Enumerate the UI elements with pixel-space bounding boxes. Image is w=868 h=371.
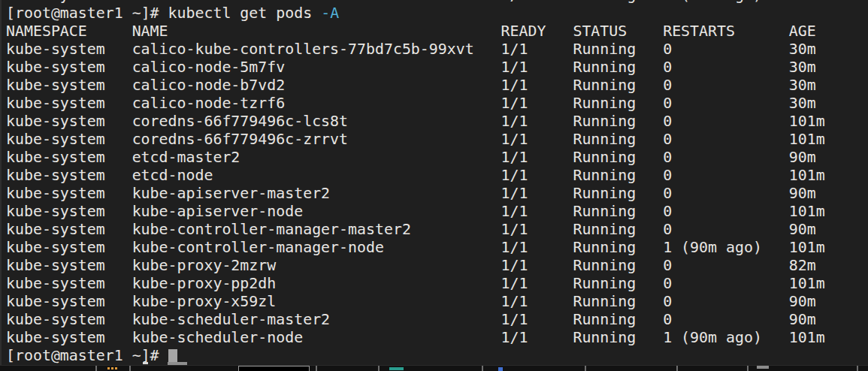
cell-namespace: kube-system <box>6 203 132 221</box>
header-name: NAME <box>132 23 501 41</box>
header-ready: READY <box>501 23 573 41</box>
cell-restarts: 0 <box>663 131 789 149</box>
cell-status: Running <box>573 293 663 311</box>
cell-age: 101m <box>789 0 868 5</box>
table-row: kube-system coredns-66f779496c-zrrvt 1/1… <box>6 131 868 149</box>
cell-namespace: kube-system <box>6 185 132 203</box>
cell-status: Running <box>573 275 663 293</box>
cell-namespace: kube-system <box>6 167 132 185</box>
cell-status: Running <box>573 221 663 239</box>
taskbar-separator <box>585 366 586 371</box>
table-row: kube-system kube-controller-manager-mast… <box>6 221 868 239</box>
table-row: kube-system kube-apiserver-master2 1/1 R… <box>6 185 868 203</box>
cell-namespace: kube-system <box>6 59 132 77</box>
cell-status: Running <box>573 203 663 221</box>
cell-name: kube-apiserver-master2 <box>132 185 501 203</box>
cell-age: 30m <box>789 41 868 59</box>
taskbar-separator <box>482 366 483 371</box>
cell-age: 90m <box>789 293 868 311</box>
active-window-button-sliver[interactable] <box>238 366 310 371</box>
cell-name: kube-apiserver-node <box>132 203 501 221</box>
cell-status: Running <box>573 131 663 149</box>
cell-restarts: 1 (90m ago) <box>663 239 789 257</box>
cell-namespace: kube-system <box>6 239 132 257</box>
cell-age: 101m <box>789 275 868 293</box>
table-row: kube-system kube-scheduler-node 1/1 Runn… <box>6 329 868 347</box>
prompt-line[interactable]: [root@master1 ~]# <box>6 347 868 365</box>
cell-status: Running <box>573 77 663 95</box>
cell-status: Running <box>573 113 663 131</box>
teal-icon-sliver[interactable] <box>389 367 404 370</box>
cell-namespace: kube-system <box>6 329 132 347</box>
cell-name: kube-proxy-x59zl <box>132 293 501 311</box>
table-row: kube-system kube-apiserver-node 1/1 Runn… <box>6 203 868 221</box>
cell-restarts: 0 <box>663 59 789 77</box>
pod-table-rows: kube-system calico-kube-controllers-77bd… <box>6 41 868 347</box>
taskbar-sliver[interactable] <box>0 365 868 371</box>
orange-dots-icon-sliver[interactable] <box>107 367 110 369</box>
table-row: kube-system etcd-master2 1/1 Running 0 9… <box>6 149 868 167</box>
blue-icon-sliver[interactable] <box>498 367 503 371</box>
table-row: kube-system etcd-node 1/1 Running 0 101m <box>6 167 868 185</box>
cell-ready: 1/1 <box>501 95 573 113</box>
cell-namespace: kube-system <box>6 257 132 275</box>
cell-status: Running <box>573 167 663 185</box>
cell-restarts: 0 <box>663 167 789 185</box>
cell-age: 30m <box>789 59 868 77</box>
cell-namespace: kube-system <box>6 149 132 167</box>
desktop-screen: kube-system kube-scheduler-node 1/1 Runn… <box>0 0 868 371</box>
window-edge-highlight <box>143 362 148 364</box>
cell-name: kube-controller-manager-node <box>132 239 501 257</box>
table-row: kube-system kube-proxy-2mzrw 1/1 Running… <box>6 257 868 275</box>
cell-name: kube-scheduler-node <box>132 329 501 347</box>
cell-ready: 1/1 <box>501 293 573 311</box>
cell-ready: 1/1 <box>501 329 573 347</box>
cell-namespace: kube-system <box>6 275 132 293</box>
cell-status: Running <box>573 329 663 347</box>
cell-name: calico-node-5m7fv <box>132 59 501 77</box>
cell-name: etcd-master2 <box>132 149 501 167</box>
cell-namespace: kube-system <box>6 77 132 95</box>
table-row: kube-system kube-controller-manager-node… <box>6 239 868 257</box>
cell-namespace: kube-system <box>6 113 132 131</box>
cell-restarts: 0 <box>663 149 789 167</box>
pod-table-header: NAMESPACE NAME READY STATUS RESTARTS AGE <box>6 23 868 41</box>
cell-status: Running <box>573 257 663 275</box>
cell-name: kube-proxy-pp2dh <box>132 275 501 293</box>
table-row: kube-system calico-kube-controllers-77bd… <box>6 41 868 59</box>
cell-namespace: kube-system <box>6 131 132 149</box>
header-age: AGE <box>789 23 868 41</box>
cell-age: 90m <box>789 311 868 329</box>
command-text: kubectl get pods <box>168 5 313 22</box>
taskbar-separator <box>95 366 97 371</box>
cell-ready: 1/1 <box>501 203 573 221</box>
cell-name: calico-node-tzrf6 <box>132 95 501 113</box>
cell-namespace: kube-system <box>6 221 132 239</box>
header-namespace: NAMESPACE <box>6 23 132 41</box>
cell-ready: 1/1 <box>501 239 573 257</box>
cell-name: etcd-node <box>132 167 501 185</box>
cell-name: calico-node-b7vd2 <box>132 77 501 95</box>
table-row: kube-system kube-proxy-pp2dh 1/1 Running… <box>6 275 868 293</box>
cell-status: Running <box>573 239 663 257</box>
cell-namespace: kube-system <box>6 293 132 311</box>
cell-age: 101m <box>789 239 868 257</box>
cell-status: Running <box>573 311 663 329</box>
cell-ready: 1/1 <box>501 167 573 185</box>
cell-age: 90m <box>789 185 868 203</box>
table-row: kube-system calico-node-5m7fv 1/1 Runnin… <box>6 59 868 77</box>
taskbar-separator <box>129 366 131 371</box>
table-row: kube-system calico-node-tzrf6 1/1 Runnin… <box>6 95 868 113</box>
terminal-window[interactable]: kube-system kube-scheduler-node 1/1 Runn… <box>0 0 868 365</box>
cell-ready: 1/1 <box>501 311 573 329</box>
cell-ready: 1/1 <box>501 275 573 293</box>
cell-restarts: 1 (90m ago) <box>663 329 789 347</box>
cell-ready: 1/1 <box>501 149 573 167</box>
cell-restarts: 0 <box>663 95 789 113</box>
cell-restarts: 0 <box>663 203 789 221</box>
cell-ready: 1/1 <box>501 59 573 77</box>
cell-age: 82m <box>789 257 868 275</box>
taskbar-separator <box>857 366 858 371</box>
gray-icon-sliver[interactable] <box>757 366 769 369</box>
table-row: kube-system kube-scheduler-master2 1/1 R… <box>6 311 868 329</box>
